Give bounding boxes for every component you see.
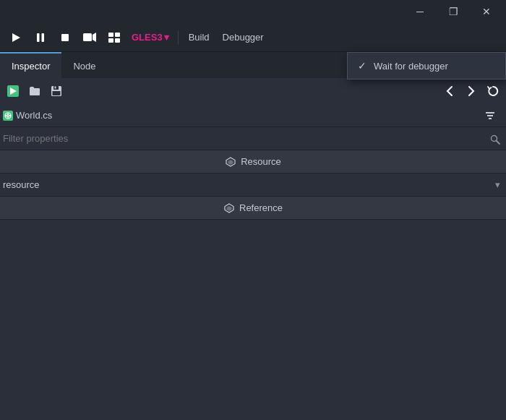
svg-rect-9	[115, 38, 120, 43]
scene-icon-button[interactable]	[3, 81, 23, 101]
main-toolbar: GLES3 ▾ Build Debugger	[0, 23, 506, 52]
svg-marker-24	[228, 160, 233, 165]
reference-section-label: Reference	[239, 202, 283, 213]
svg-rect-8	[108, 38, 113, 43]
open-folder-button[interactable]	[25, 81, 45, 101]
svg-rect-1	[37, 33, 40, 42]
debugger-menu-item[interactable]: Debugger	[218, 32, 268, 43]
history-button[interactable]	[483, 81, 503, 101]
gles-selector[interactable]: GLES3 ▾	[129, 32, 172, 43]
main-content: World.cs Resou	[0, 78, 506, 220]
tab-inspector-label: Inspector	[12, 61, 50, 72]
search-icon	[490, 132, 500, 144]
resource-value-label: resource	[3, 179, 40, 190]
inspector-toolbar-right	[439, 81, 503, 101]
wait-for-debugger-label: Wait for debugger	[374, 61, 448, 72]
gles-arrow-icon: ▾	[164, 32, 169, 43]
reference-section-header[interactable]: Reference	[0, 197, 506, 220]
save-button[interactable]	[46, 81, 67, 101]
reference-section-icon	[223, 202, 235, 214]
svg-rect-4	[83, 33, 92, 41]
check-mark-icon: ✓	[356, 60, 368, 72]
title-bar: ─ ❐ ✕	[0, 0, 506, 23]
resource-section-label: Resource	[241, 156, 281, 167]
stop-button[interactable]	[55, 27, 75, 48]
svg-rect-7	[115, 33, 120, 37]
resource-value-row[interactable]: resource ▾	[0, 173, 506, 197]
toolbar-separator	[178, 30, 179, 45]
minimize-button[interactable]: ─	[403, 0, 437, 23]
pause-button[interactable]	[30, 27, 51, 48]
tab-node[interactable]: Node	[61, 52, 107, 78]
svg-marker-26	[227, 206, 232, 211]
tab-node-label: Node	[73, 61, 95, 72]
filter-input-wrap	[3, 133, 490, 144]
svg-marker-5	[93, 33, 96, 42]
wait-for-debugger-item[interactable]: ✓ Wait for debugger	[348, 56, 505, 76]
filter-row	[0, 127, 506, 150]
resource-section-icon	[225, 156, 236, 168]
close-button[interactable]: ✕	[470, 0, 503, 23]
next-button[interactable]	[461, 81, 481, 101]
svg-rect-15	[53, 91, 61, 95]
movie-mode-button[interactable]	[80, 27, 100, 48]
gles-label: GLES3	[132, 32, 163, 43]
resource-section-header[interactable]: Resource	[0, 150, 506, 173]
svg-rect-14	[55, 87, 56, 89]
play-button[interactable]	[6, 27, 26, 48]
prev-button[interactable]	[439, 81, 460, 101]
filter-input[interactable]	[3, 133, 490, 144]
maximize-button[interactable]: ❐	[437, 0, 470, 23]
world-file-label: World.cs	[3, 110, 52, 121]
svg-rect-2	[42, 33, 45, 42]
svg-rect-6	[108, 33, 113, 37]
build-menu-item[interactable]: Build	[184, 32, 214, 43]
tab-inspector[interactable]: Inspector	[0, 52, 61, 78]
svg-marker-0	[12, 33, 20, 42]
filter-button[interactable]	[480, 106, 500, 126]
world-file-icon	[3, 111, 13, 121]
resource-chevron-icon: ▾	[495, 179, 500, 190]
debugger-dropdown-menu: ✓ Wait for debugger	[347, 52, 506, 80]
editor-layout-button[interactable]	[104, 27, 124, 48]
world-file-row: World.cs	[0, 104, 506, 127]
inspector-toolbar	[0, 78, 506, 104]
world-file-name: World.cs	[16, 110, 52, 121]
svg-line-22	[497, 140, 500, 144]
svg-rect-3	[61, 34, 69, 41]
inspector-toolbar-left	[0, 81, 67, 101]
